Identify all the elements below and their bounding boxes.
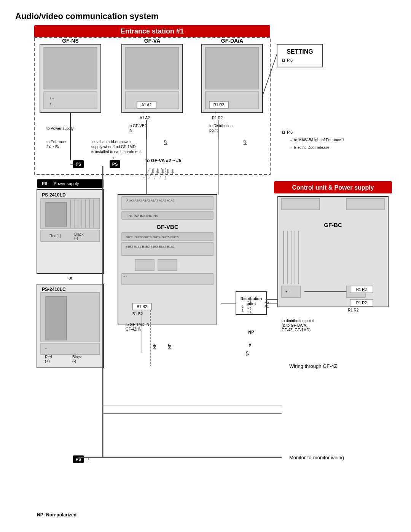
svg-line-25 — [263, 54, 277, 96]
svg-text:GF-4Z IN: GF-4Z IN — [126, 327, 142, 331]
svg-text:A1  A2: A1 A2 — [140, 116, 150, 120]
svg-text:+  −: + − — [285, 290, 290, 294]
svg-text:↓: ↓ — [142, 110, 144, 114]
svg-text:NP: NP — [248, 343, 252, 348]
svg-text:+     -: + - — [45, 347, 49, 351]
svg-rect-127 — [236, 292, 266, 315]
svg-text:point: point — [247, 302, 256, 306]
svg-text:R1  R2: R1 R2 — [356, 301, 367, 305]
svg-rect-85 — [118, 195, 217, 324]
svg-rect-107 — [278, 197, 388, 307]
svg-rect-66 — [41, 230, 100, 241]
svg-rect-57 — [41, 198, 100, 229]
svg-text:GF-DA/A: GF-DA/A — [221, 38, 243, 44]
svg-text:Red(+): Red(+) — [49, 234, 61, 238]
svg-text:to Entrance: to Entrance — [46, 140, 66, 144]
svg-text:to GF-VA #2 ~ #5: to GF-VA #2 ~ #5 — [145, 158, 182, 163]
page-title: Audio/video communication system — [15, 11, 396, 21]
svg-text:R1   R2: R1 R2 — [356, 288, 367, 292]
svg-text:(+): (+) — [45, 359, 50, 363]
svg-rect-74 — [46, 296, 67, 340]
svg-rect-47 — [73, 160, 84, 168]
svg-text:GF-4Z, GF-1MD): GF-4Z, GF-1MD) — [282, 328, 311, 332]
svg-text:is installed in each apartment: is installed in each apartment. — [91, 150, 142, 154]
svg-text:NP: Non-polarized: NP: Non-polarized — [37, 512, 76, 518]
svg-rect-5 — [40, 44, 101, 113]
svg-text:Monitor-to-monitor wiring: Monitor-to-monitor wiring — [289, 455, 344, 460]
svg-rect-108 — [282, 198, 320, 210]
svg-text:Control unit & Power supply: Control unit & Power supply — [292, 184, 374, 191]
svg-text:GF-BC: GF-BC — [324, 222, 342, 228]
svg-rect-55 — [37, 190, 104, 273]
svg-text:2: 2 — [242, 305, 244, 308]
svg-rect-3 — [274, 181, 392, 193]
svg-text:PS-2410LC: PS-2410LC — [42, 287, 66, 292]
svg-text:B1  B2: B1 B2 — [132, 312, 143, 316]
svg-text:(-): (-) — [72, 359, 76, 363]
svg-text:+ -: + - — [123, 275, 127, 278]
svg-text:IN1 IN2 IN3 IN4 IN5: IN1 IN2 IN3 IN4 IN5 — [127, 214, 158, 218]
svg-rect-11 — [122, 44, 183, 113]
svg-text:PS: PS — [76, 162, 81, 166]
svg-rect-81 — [73, 455, 84, 463]
svg-rect-52 — [37, 179, 104, 188]
svg-rect-15 — [137, 101, 156, 108]
svg-text:▪ 2: ▪ 2 — [247, 303, 252, 307]
svg-text:point: point — [209, 128, 218, 133]
svg-line-153 — [143, 168, 150, 179]
svg-rect-12 — [126, 47, 179, 89]
svg-text:−: − — [88, 461, 90, 465]
svg-text:IN: IN — [129, 128, 132, 133]
svg-rect-19 — [206, 92, 259, 109]
svg-text:+ -: + - — [49, 96, 54, 100]
svg-text:NP: NP — [248, 330, 254, 334]
svg-text:PS: PS — [76, 457, 81, 462]
svg-text:PS: PS — [112, 162, 118, 166]
svg-text:to Distribution: to Distribution — [209, 124, 233, 128]
svg-text:Entrance station #1: Entrance station #1 — [121, 27, 184, 35]
svg-text:Install an add-on power: Install an add-on power — [91, 140, 131, 144]
svg-text:GF-NS: GF-NS — [62, 38, 79, 44]
svg-text:Black: Black — [72, 355, 82, 359]
svg-text:supply when 2nd GF-1MD: supply when 2nd GF-1MD — [91, 145, 135, 149]
svg-text:to Power supply: to Power supply — [46, 126, 73, 131]
svg-text:→ Electric Door release: → Electric Door release — [289, 145, 330, 150]
svg-text:A1 A2: A1 A2 — [142, 103, 152, 107]
svg-rect-88 — [122, 212, 213, 219]
svg-text:Red: Red — [45, 355, 52, 359]
svg-text:to GF-VBC: to GF-VBC — [129, 124, 147, 128]
svg-text:OUT1 OUT2 OUT3 OUT4 OUT5 OUT6: OUT1 OUT2 OUT3 OUT4 OUT5 OUT6 — [126, 235, 179, 239]
svg-rect-17 — [202, 44, 263, 113]
svg-text:⬇⬇⬇⬇⬇: ⬇⬇⬇⬇⬇ — [150, 168, 175, 175]
svg-text:to GF-1MD IN: to GF-1MD IN — [126, 323, 149, 327]
svg-line-155 — [154, 168, 158, 179]
svg-text:Black: Black — [74, 232, 84, 236]
svg-rect-116 — [282, 286, 301, 297]
svg-text:Wiring through GF-4Z: Wiring through GF-4Z — [289, 363, 337, 369]
svg-rect-118 — [346, 286, 365, 297]
svg-text:PS: PS — [42, 181, 48, 186]
svg-rect-95 — [135, 259, 154, 271]
svg-rect-86 — [122, 197, 213, 210]
svg-text:R2: R2 — [264, 301, 269, 305]
svg-text:▪ 3: ▪ 3 — [247, 307, 252, 310]
svg-rect-0 — [34, 25, 270, 37]
svg-text:to dintribution point: to dintribution point — [282, 319, 314, 323]
svg-text:(-): (-) — [74, 236, 78, 240]
svg-text:GF-VBC: GF-VBC — [156, 224, 178, 230]
svg-rect-13 — [126, 92, 179, 109]
svg-text:NP: NP — [246, 351, 250, 356]
svg-rect-2 — [34, 37, 270, 174]
svg-rect-21 — [209, 101, 228, 108]
svg-text:↓: ↓ — [215, 110, 217, 114]
svg-text:R1  R2: R1 R2 — [348, 308, 359, 312]
svg-text:Distribution: Distribution — [241, 297, 262, 301]
svg-text:R1  R2: R1 R2 — [212, 116, 223, 120]
svg-rect-58 — [46, 202, 67, 227]
svg-rect-23 — [277, 44, 323, 67]
svg-text:1: 1 — [242, 308, 244, 312]
svg-text:+ -: + - — [49, 102, 54, 106]
svg-text:B1B2 B1B2 B1B2 B1B2 B1B2 B1B2: B1B2 B1B2 B1B2 B1B2 B1B2 B1B2 — [126, 245, 175, 248]
svg-rect-109 — [346, 198, 384, 210]
svg-text:NP: NP — [243, 140, 247, 145]
